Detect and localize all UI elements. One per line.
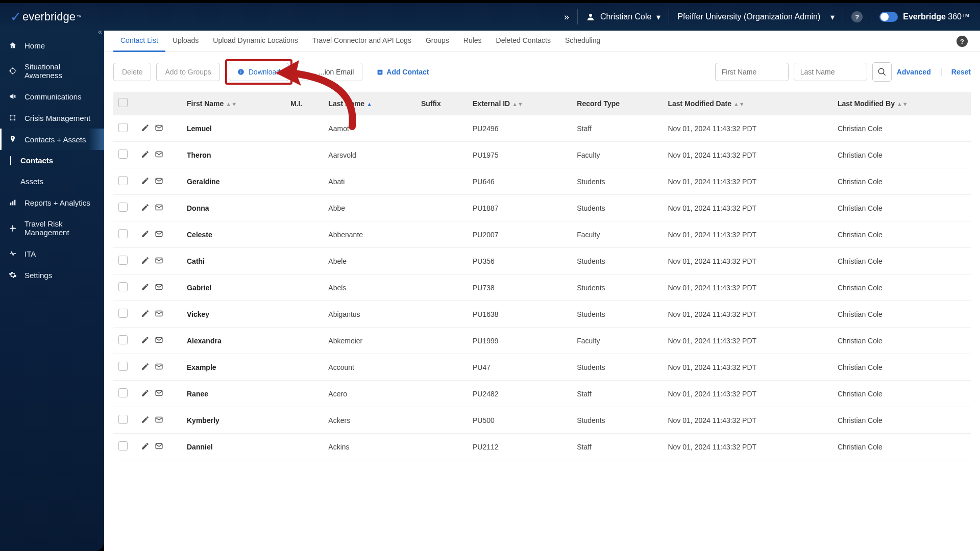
row-checkbox[interactable] xyxy=(118,176,128,185)
sidebar-label: Situational Awareness xyxy=(24,62,96,80)
pulse-icon xyxy=(8,249,17,258)
add-contact-button[interactable]: Add Contact xyxy=(377,68,429,76)
reset-link[interactable]: Reset xyxy=(951,68,971,76)
col-record-type[interactable]: Record Type xyxy=(572,92,663,115)
mail-icon[interactable] xyxy=(155,309,163,319)
select-all-checkbox[interactable] xyxy=(118,98,128,107)
row-checkbox[interactable] xyxy=(118,229,128,238)
tab-uploads[interactable]: Uploads xyxy=(165,31,206,52)
table-row: Theron Aarsvold PU1975 Faculty Nov 01, 2… xyxy=(113,142,971,168)
tab-deleted[interactable]: Deleted Contacts xyxy=(489,31,558,52)
row-checkbox[interactable] xyxy=(118,388,128,397)
sidebar-sub-assets[interactable]: Assets xyxy=(0,171,104,192)
edit-icon[interactable] xyxy=(141,442,150,452)
edit-icon[interactable] xyxy=(141,230,150,240)
edit-icon[interactable] xyxy=(141,150,150,160)
mail-icon[interactable] xyxy=(155,389,163,399)
org-menu[interactable]: Pfeiffer University (Organization Admin)… xyxy=(677,12,835,22)
search-button[interactable] xyxy=(872,62,892,82)
download-button[interactable]: Download xyxy=(229,63,289,81)
edit-icon[interactable] xyxy=(141,389,150,399)
sidebar-sub-contacts[interactable]: Contacts xyxy=(0,150,104,171)
sidebar-item-contacts-assets[interactable]: Contacts + Assets xyxy=(0,129,104,150)
sidebar-item-reports[interactable]: Reports + Analytics xyxy=(0,192,104,213)
mail-icon[interactable] xyxy=(155,230,163,240)
tab-scheduling[interactable]: Scheduling xyxy=(558,31,607,52)
cell-last-name: Aamot xyxy=(323,115,416,142)
row-checkbox[interactable] xyxy=(118,256,128,265)
table-row: Danniel Ackins PU2112 Staff Nov 01, 2024… xyxy=(113,434,971,460)
col-modified-by[interactable]: Last Modified By▲▼ xyxy=(832,92,971,115)
edit-icon[interactable] xyxy=(141,336,150,346)
cell-first-name: Vickey xyxy=(182,301,285,328)
sort-icon: ▲▼ xyxy=(897,101,908,107)
edit-icon[interactable] xyxy=(141,283,150,293)
row-checkbox[interactable] xyxy=(118,282,128,291)
row-checkbox[interactable] xyxy=(118,441,128,450)
sidebar-label: Settings xyxy=(24,271,52,280)
delete-button[interactable]: Delete xyxy=(113,63,151,81)
table-row: Geraldine Abati PU646 Students Nov 01, 2… xyxy=(113,168,971,195)
mail-icon[interactable] xyxy=(155,415,163,425)
row-checkbox[interactable] xyxy=(118,149,128,159)
topbar-more-button[interactable]: » xyxy=(564,12,569,22)
cell-modified-by: Christian Cole xyxy=(832,381,971,407)
col-external-id[interactable]: External ID▲▼ xyxy=(468,92,572,115)
help-button[interactable]: ? xyxy=(851,11,863,22)
edit-icon[interactable] xyxy=(141,123,150,134)
mail-icon[interactable] xyxy=(155,442,163,452)
edit-icon[interactable] xyxy=(141,177,150,187)
tab-upload-dynamic[interactable]: Upload Dynamic Locations xyxy=(206,31,305,52)
edit-icon[interactable] xyxy=(141,415,150,425)
tab-contact-list[interactable]: Contact List xyxy=(113,31,165,52)
brand360-toggle[interactable] xyxy=(879,12,898,22)
tab-rules[interactable]: Rules xyxy=(456,31,489,52)
edit-icon[interactable] xyxy=(141,362,150,372)
mail-icon[interactable] xyxy=(155,123,163,134)
col-last-name[interactable]: Last Name▲ xyxy=(323,92,416,115)
sidebar-item-ita[interactable]: ITA xyxy=(0,243,104,264)
row-checkbox[interactable] xyxy=(118,203,128,212)
col-suffix[interactable]: Suffix xyxy=(416,92,468,115)
mail-icon[interactable] xyxy=(155,362,163,372)
registration-email-button[interactable]: ...ion Email xyxy=(298,63,362,81)
mail-icon[interactable] xyxy=(155,256,163,266)
brand-logo[interactable]: ✓ everbridge ™ xyxy=(10,9,82,25)
sidebar-item-settings[interactable]: Settings xyxy=(0,264,104,286)
add-to-groups-button[interactable]: Add to Groups xyxy=(156,63,219,81)
row-checkbox[interactable] xyxy=(118,335,128,344)
row-checkbox[interactable] xyxy=(118,362,128,371)
cell-record-type: Staff xyxy=(572,434,663,460)
mail-icon[interactable] xyxy=(155,336,163,346)
mail-icon[interactable] xyxy=(155,283,163,293)
sidebar: « Home Situational Awareness Communicati… xyxy=(0,31,104,551)
edit-icon[interactable] xyxy=(141,256,150,266)
cell-record-type: Faculty xyxy=(572,142,663,168)
cell-last-name: Aarsvold xyxy=(323,142,416,168)
mail-icon[interactable] xyxy=(155,150,163,160)
cell-suffix xyxy=(416,381,468,407)
advanced-link[interactable]: Advanced xyxy=(897,68,931,76)
col-first-name[interactable]: First Name▲▼ xyxy=(182,92,285,115)
col-modified-date[interactable]: Last Modified Date▲▼ xyxy=(663,92,832,115)
mail-icon[interactable] xyxy=(155,177,163,187)
col-mi[interactable]: M.I. xyxy=(285,92,323,115)
row-checkbox[interactable] xyxy=(118,415,128,424)
edit-icon[interactable] xyxy=(141,203,150,213)
tab-travel-connector[interactable]: Travel Connector and API Logs xyxy=(305,31,419,52)
sidebar-item-situational[interactable]: Situational Awareness xyxy=(0,56,104,86)
tab-groups[interactable]: Groups xyxy=(419,31,456,52)
row-checkbox[interactable] xyxy=(118,123,128,132)
sidebar-item-crisis[interactable]: Crisis Management xyxy=(0,107,104,129)
last-name-input[interactable] xyxy=(794,63,867,81)
row-checkbox[interactable] xyxy=(118,309,128,318)
sidebar-item-home[interactable]: Home xyxy=(0,35,104,56)
sidebar-item-travel[interactable]: Travel Risk Management xyxy=(0,213,104,243)
mail-icon[interactable] xyxy=(155,203,163,213)
cell-external-id: PU2112 xyxy=(468,434,572,460)
sidebar-item-communications[interactable]: Communications xyxy=(0,86,104,107)
tabs-help-button[interactable]: ? xyxy=(957,36,968,47)
first-name-input[interactable] xyxy=(715,63,789,81)
user-menu[interactable]: Christian Cole ▾ xyxy=(586,12,660,22)
edit-icon[interactable] xyxy=(141,309,150,319)
